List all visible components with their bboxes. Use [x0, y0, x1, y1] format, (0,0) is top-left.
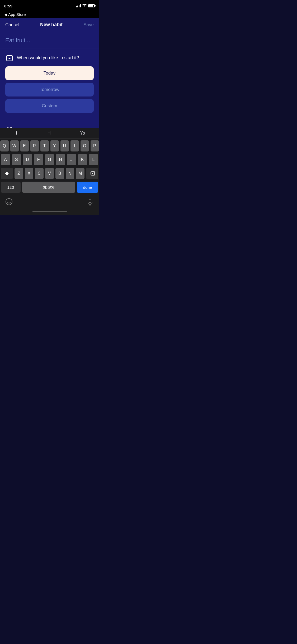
- save-button[interactable]: Save: [83, 22, 94, 27]
- key-d[interactable]: D: [23, 154, 32, 165]
- key-w[interactable]: W: [10, 140, 19, 151]
- predictive-word-2[interactable]: Hi: [33, 131, 66, 136]
- numbers-key[interactable]: 123: [1, 182, 21, 193]
- key-e[interactable]: E: [20, 140, 29, 151]
- back-label: App Store: [8, 12, 26, 17]
- battery-icon: [88, 4, 95, 7]
- key-k[interactable]: K: [78, 154, 87, 165]
- keyboard: I Hi Yo Q W E R T Y U I O P A S D F G H …: [0, 128, 99, 215]
- section-header-start: When would you like to start it?: [5, 54, 94, 62]
- key-o[interactable]: O: [81, 140, 89, 151]
- cancel-button[interactable]: Cancel: [5, 22, 19, 27]
- calendar-icon: [5, 54, 14, 62]
- key-t[interactable]: T: [40, 140, 49, 151]
- status-icons: [76, 4, 95, 8]
- key-c[interactable]: C: [35, 168, 44, 179]
- svg-point-11: [8, 201, 8, 201]
- svg-rect-6: [11, 58, 11, 59]
- key-z[interactable]: Z: [15, 168, 23, 179]
- key-row-4: 123 space done: [1, 182, 98, 193]
- keyboard-rows: Q W E R T Y U I O P A S D F G H J K L: [0, 139, 99, 196]
- svg-rect-5: [9, 58, 10, 59]
- shift-key[interactable]: [1, 168, 13, 179]
- start-options: Today Tomorrow Custom: [5, 66, 94, 113]
- status-time: 8:59: [4, 4, 12, 8]
- predictive-bar: I Hi Yo: [0, 128, 99, 139]
- keyboard-bottom-row: [0, 196, 99, 209]
- key-l[interactable]: L: [89, 154, 98, 165]
- key-x[interactable]: X: [25, 168, 34, 179]
- back-arrow-icon: ◀: [4, 12, 7, 17]
- key-a[interactable]: A: [1, 154, 10, 165]
- habit-input-area[interactable]: [0, 32, 99, 48]
- key-s[interactable]: S: [12, 154, 21, 165]
- custom-option[interactable]: Custom: [5, 99, 94, 113]
- svg-rect-2: [11, 55, 11, 56]
- key-g[interactable]: G: [45, 154, 54, 165]
- start-section-title: When would you like to start it?: [17, 55, 79, 61]
- key-r[interactable]: R: [30, 140, 39, 151]
- habit-name-input[interactable]: [5, 37, 94, 44]
- key-y[interactable]: Y: [50, 140, 59, 151]
- back-navigation[interactable]: ◀ App Store: [0, 12, 99, 18]
- emoji-button[interactable]: [5, 198, 13, 207]
- signal-icon: [76, 4, 81, 7]
- key-b[interactable]: B: [55, 168, 64, 179]
- predictive-word-1[interactable]: I: [0, 131, 33, 136]
- key-i[interactable]: I: [70, 140, 79, 151]
- svg-rect-13: [89, 199, 91, 203]
- home-bar: [32, 211, 67, 212]
- key-u[interactable]: U: [60, 140, 69, 151]
- key-j[interactable]: J: [67, 154, 76, 165]
- start-date-section: When would you like to start it? Today T…: [0, 48, 99, 120]
- done-key[interactable]: done: [77, 182, 98, 193]
- tomorrow-option[interactable]: Tomorrow: [5, 83, 94, 96]
- key-n[interactable]: N: [66, 168, 74, 179]
- wifi-icon: [82, 4, 87, 8]
- space-key[interactable]: space: [22, 182, 76, 193]
- today-option[interactable]: Today: [5, 66, 94, 80]
- status-bar: 8:59: [0, 0, 99, 12]
- predictive-word-3[interactable]: Yo: [66, 131, 99, 136]
- key-row-1: Q W E R T Y U I O P: [1, 140, 98, 151]
- svg-point-10: [6, 199, 12, 205]
- key-f[interactable]: F: [34, 154, 43, 165]
- page-title: New habit: [40, 22, 63, 27]
- svg-point-12: [10, 201, 11, 201]
- svg-rect-1: [8, 55, 8, 56]
- main-content: When would you like to start it? Today T…: [0, 32, 99, 141]
- key-p[interactable]: P: [91, 140, 99, 151]
- key-row-2: A S D F G H J K L: [1, 154, 98, 165]
- key-v[interactable]: V: [45, 168, 54, 179]
- key-row-3: Z X C V B N M: [1, 168, 98, 179]
- backspace-key[interactable]: [86, 168, 98, 179]
- svg-rect-4: [8, 58, 8, 59]
- key-q[interactable]: Q: [0, 140, 9, 151]
- microphone-button[interactable]: [86, 198, 94, 207]
- navigation-bar: Cancel New habit Save: [0, 18, 99, 32]
- home-indicator: [0, 209, 99, 215]
- key-m[interactable]: M: [76, 168, 84, 179]
- key-h[interactable]: H: [56, 154, 65, 165]
